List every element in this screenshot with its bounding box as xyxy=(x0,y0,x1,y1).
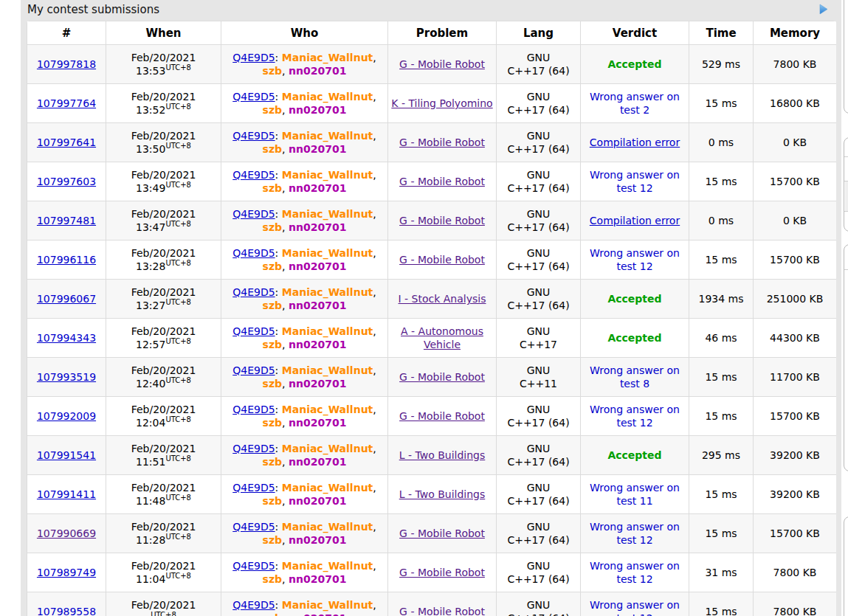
team-link[interactable]: Q4E9D5 xyxy=(232,91,275,103)
verdict-link[interactable]: Compilation error xyxy=(590,215,680,226)
team-link[interactable]: Q4E9D5 xyxy=(232,208,275,220)
submission-link[interactable]: 107997603 xyxy=(37,176,96,187)
user-link[interactable]: szb xyxy=(263,534,283,546)
submission-link[interactable]: 107996116 xyxy=(37,254,96,266)
user-link[interactable]: Maniac_Wallnut xyxy=(282,560,373,572)
team-link[interactable]: Q4E9D5 xyxy=(232,521,275,533)
problem-link[interactable]: I - Stock Analysis xyxy=(399,293,486,305)
team-link[interactable]: Q4E9D5 xyxy=(232,130,275,142)
user-link[interactable]: szb xyxy=(263,300,283,311)
user-link[interactable]: Maniac_Wallnut xyxy=(282,325,373,337)
submission-link[interactable]: 107994343 xyxy=(37,332,96,344)
submission-link[interactable]: 107996067 xyxy=(37,293,96,305)
submission-link[interactable]: 107997481 xyxy=(37,215,96,226)
team-link[interactable]: Q4E9D5 xyxy=(232,52,275,63)
submission-link[interactable]: 107997818 xyxy=(37,58,96,70)
user-link[interactable]: Maniac_Wallnut xyxy=(282,52,373,63)
problem-link[interactable]: G - Mobile Robot xyxy=(399,215,485,226)
problem-link[interactable]: G - Mobile Robot xyxy=(399,371,485,383)
problem-link[interactable]: L - Two Buildings xyxy=(399,449,486,461)
user-link[interactable]: Maniac_Wallnut xyxy=(282,364,373,376)
submission-row: 107996116Feb/20/202113:28UTC+8Q4E9D5: Ma… xyxy=(27,240,837,280)
problem-link[interactable]: G - Mobile Robot xyxy=(399,58,485,70)
team-link[interactable]: Q4E9D5 xyxy=(232,560,275,572)
user-link[interactable]: Maniac_Wallnut xyxy=(282,443,373,454)
submission-link[interactable]: 107992009 xyxy=(37,410,96,422)
user-link[interactable]: szb xyxy=(263,260,283,272)
submission-link[interactable]: 107997641 xyxy=(37,136,96,148)
submission-memory-cell: 7800 KB xyxy=(754,592,837,616)
user-link[interactable]: nn020701 xyxy=(289,339,346,350)
user-link[interactable]: nn020701 xyxy=(289,573,346,585)
user-link[interactable]: nn020701 xyxy=(289,143,346,155)
user-link[interactable]: szb xyxy=(263,221,283,233)
submission-link[interactable]: 107991411 xyxy=(37,488,96,500)
submission-problem-cell: I - Stock Analysis xyxy=(388,280,497,319)
language-label: GNUC++17 (64) xyxy=(507,443,569,468)
team-link[interactable]: Q4E9D5 xyxy=(232,404,275,415)
user-link[interactable]: szb xyxy=(263,65,283,77)
user-link[interactable]: Maniac_Wallnut xyxy=(282,91,373,103)
user-link[interactable]: Maniac_Wallnut xyxy=(282,130,373,142)
problem-link[interactable]: G - Mobile Robot xyxy=(399,254,485,266)
user-link[interactable]: szb xyxy=(263,378,283,390)
user-link[interactable]: Maniac_Wallnut xyxy=(282,247,373,259)
user-link[interactable]: Maniac_Wallnut xyxy=(282,521,373,533)
user-link[interactable]: szb xyxy=(263,612,283,616)
timezone-label: UTC+8 xyxy=(151,611,176,616)
problem-link[interactable]: G - Mobile Robot xyxy=(399,176,485,187)
user-link[interactable]: nn020701 xyxy=(289,260,346,272)
problem-link[interactable]: G - Mobile Robot xyxy=(399,527,485,539)
user-link[interactable]: nn020701 xyxy=(289,534,346,546)
team-link[interactable]: Q4E9D5 xyxy=(232,482,275,494)
problem-link[interactable]: A - Autonomous Vehicle xyxy=(401,325,483,350)
team-link[interactable]: Q4E9D5 xyxy=(232,169,275,181)
user-link[interactable]: nn020701 xyxy=(289,65,346,77)
user-link[interactable]: nn020701 xyxy=(289,417,346,429)
submission-link[interactable]: 107989558 xyxy=(37,606,96,616)
submission-link[interactable]: 107991541 xyxy=(37,449,96,461)
submission-date: Feb/20/2021 xyxy=(131,169,196,181)
user-link[interactable]: szb xyxy=(263,495,283,507)
submission-link[interactable]: 107993519 xyxy=(37,371,96,383)
problem-link[interactable]: G - Mobile Robot xyxy=(399,136,485,148)
problem-link[interactable]: G - Mobile Robot xyxy=(399,567,485,578)
submission-link[interactable]: 107997764 xyxy=(37,97,96,109)
user-link[interactable]: nn020701 xyxy=(289,612,346,616)
user-link[interactable]: nn020701 xyxy=(289,378,346,390)
user-link[interactable]: szb xyxy=(263,456,283,468)
user-link[interactable]: szb xyxy=(263,573,283,585)
user-link[interactable]: Maniac_Wallnut xyxy=(282,599,373,611)
user-link[interactable]: nn020701 xyxy=(289,182,346,194)
user-link[interactable]: Maniac_Wallnut xyxy=(282,404,373,415)
user-link[interactable]: szb xyxy=(263,104,283,116)
user-link[interactable]: szb xyxy=(263,143,283,155)
team-link[interactable]: Q4E9D5 xyxy=(232,325,275,337)
user-link[interactable]: Maniac_Wallnut xyxy=(282,482,373,494)
problem-link[interactable]: G - Mobile Robot xyxy=(399,410,485,422)
user-link[interactable]: Maniac_Wallnut xyxy=(282,169,373,181)
user-link[interactable]: nn020701 xyxy=(289,456,346,468)
submission-link[interactable]: 107989749 xyxy=(37,567,96,578)
problem-link[interactable]: L - Two Buildings xyxy=(399,488,486,500)
team-link[interactable]: Q4E9D5 xyxy=(232,286,275,298)
user-link[interactable]: nn020701 xyxy=(289,300,346,311)
user-link[interactable]: nn020701 xyxy=(289,104,346,116)
user-link[interactable]: Maniac_Wallnut xyxy=(282,286,373,298)
user-link[interactable]: nn020701 xyxy=(289,495,346,507)
verdict-link[interactable]: Compilation error xyxy=(590,136,680,148)
language-label: GNUC++17 (64) xyxy=(507,404,569,429)
team-link[interactable]: Q4E9D5 xyxy=(232,599,275,611)
problem-link[interactable]: G - Mobile Robot xyxy=(399,606,485,616)
team-link[interactable]: Q4E9D5 xyxy=(232,364,275,376)
problem-link[interactable]: K - Tiling Polyomino xyxy=(391,97,492,109)
user-link[interactable]: nn020701 xyxy=(289,221,346,233)
user-link[interactable]: szb xyxy=(263,417,283,429)
team-link[interactable]: Q4E9D5 xyxy=(232,247,275,259)
user-link[interactable]: Maniac_Wallnut xyxy=(282,208,373,220)
team-link[interactable]: Q4E9D5 xyxy=(232,443,275,454)
submission-link[interactable]: 107990669 xyxy=(37,527,96,539)
user-link[interactable]: szb xyxy=(263,339,283,350)
user-link[interactable]: szb xyxy=(263,182,283,194)
collapse-arrow-icon[interactable] xyxy=(818,4,828,15)
